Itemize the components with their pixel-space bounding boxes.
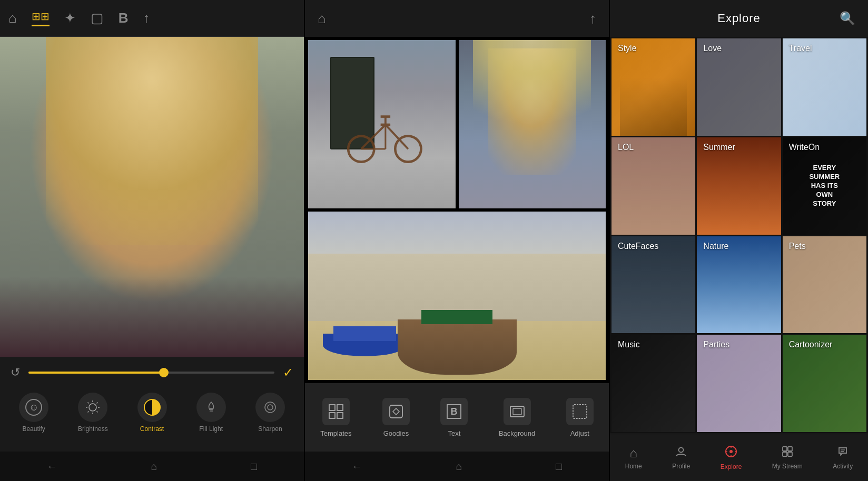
explore-nav-label: Explore — [721, 463, 742, 470]
background-icon — [504, 398, 531, 425]
collage-grid — [305, 37, 609, 383]
explore-cell-love[interactable]: Love — [697, 38, 781, 136]
explore-nav-icon — [725, 445, 737, 461]
frame-icon[interactable]: ▢ — [91, 10, 104, 26]
home-icon[interactable]: ⌂ — [8, 10, 17, 26]
writeon-overlay-text: EVERY SUMMERHAS ITS OWNSTORY — [803, 164, 845, 208]
explore-cell-writeon[interactable]: WriteOn EVERY SUMMERHAS ITS OWNSTORY — [783, 137, 866, 235]
explore-cell-music[interactable]: Music — [611, 335, 695, 432]
templates-icon — [322, 398, 350, 425]
profile-nav-icon — [675, 446, 687, 460]
nav-bar-2: ← ⌂ □ — [305, 452, 609, 481]
svg-point-0 — [89, 404, 96, 411]
fill-light-icon — [196, 393, 226, 422]
tool-fill-light[interactable]: Fill Light — [183, 388, 240, 437]
home-icon-2[interactable]: ⌂ — [318, 11, 326, 27]
svg-point-32 — [679, 447, 684, 452]
explore-cell-pets[interactable]: Pets — [783, 236, 866, 334]
explore-cell-summer[interactable]: Summer — [697, 137, 781, 235]
beautify-icon: ☺ — [19, 393, 48, 422]
svg-point-11 — [265, 402, 275, 413]
collage-cell-boats[interactable] — [308, 212, 606, 380]
svg-rect-29 — [510, 406, 524, 417]
svg-rect-31 — [573, 405, 587, 418]
beautify-label: Beautify — [22, 425, 45, 433]
svg-rect-23 — [337, 405, 343, 410]
explore-cell-nature[interactable]: Nature — [697, 236, 781, 334]
tool-adjust[interactable]: Adjust — [566, 398, 594, 437]
magic-icon[interactable]: ✦ — [64, 10, 76, 26]
writeon-label: WriteOn — [789, 143, 820, 152]
explore-cell-travel[interactable]: Travel — [783, 38, 866, 136]
svg-line-8 — [97, 403, 98, 404]
recents-button-2[interactable]: □ — [556, 460, 562, 473]
goodies-icon — [382, 398, 410, 425]
panel-editor: ⌂ ⊞⊞ ✦ ▢ B ↑ ↺ ✓ — [0, 0, 305, 481]
nav-bar-1: ← ⌂ □ — [0, 452, 304, 481]
svg-rect-26 — [390, 405, 402, 418]
svg-rect-22 — [329, 405, 335, 410]
bold-text-icon[interactable]: B — [119, 10, 129, 26]
sharpen-icon — [255, 393, 285, 422]
tool-goodies[interactable]: Goodies — [382, 398, 410, 437]
music-label: Music — [618, 340, 640, 349]
explore-cell-cartoonizer[interactable]: Cartoonizer — [783, 335, 866, 432]
svg-rect-39 — [783, 447, 787, 451]
explore-cell-parties[interactable]: Parties — [697, 335, 781, 432]
nature-label: Nature — [703, 242, 728, 251]
brightness-slider[interactable] — [28, 372, 274, 374]
tool-background[interactable]: Background — [499, 398, 535, 437]
collage-header: ⌂ ↑ — [305, 0, 609, 37]
confirm-button[interactable]: ✓ — [283, 365, 293, 380]
mystream-nav-label: My Stream — [772, 463, 803, 470]
collage-cell-bike[interactable] — [308, 40, 456, 208]
text-label: Text — [448, 429, 461, 437]
profile-nav-label: Profile — [672, 463, 690, 470]
svg-rect-30 — [513, 408, 521, 415]
collage-cell-portrait[interactable] — [459, 40, 606, 208]
nav-activity[interactable]: Activity — [826, 443, 859, 473]
svg-line-6 — [97, 412, 98, 413]
lol-label: LOL — [618, 143, 634, 152]
adjust-icon — [566, 398, 594, 425]
panel-collage: ⌂ ↑ — [305, 0, 610, 481]
activity-nav-label: Activity — [833, 463, 853, 470]
tool-beautify[interactable]: ☺ Beautify — [5, 388, 62, 437]
home-button-2[interactable]: ⌂ — [456, 460, 462, 473]
tool-contrast[interactable]: Contrast — [123, 388, 180, 437]
activity-nav-icon — [837, 446, 849, 460]
search-icon[interactable]: 🔍 — [840, 11, 855, 26]
undo-button[interactable]: ↺ — [11, 366, 20, 379]
share-icon[interactable]: ↑ — [143, 10, 150, 26]
svg-line-5 — [88, 403, 89, 404]
love-label: Love — [703, 44, 722, 53]
nav-home[interactable]: ⌂ Home — [619, 443, 648, 473]
tool-sharpen[interactable]: Sharpen — [242, 388, 299, 437]
contrast-label: Contrast — [140, 425, 164, 433]
recents-button-1[interactable]: □ — [251, 460, 257, 473]
tool-brightness[interactable]: Brightness — [64, 388, 121, 437]
explore-header: Explore 🔍 — [610, 0, 868, 37]
nav-explore[interactable]: Explore — [714, 442, 748, 474]
explore-cell-cutefaces[interactable]: CuteFaces — [611, 236, 695, 334]
nav-mystream[interactable]: My Stream — [766, 443, 809, 473]
explore-cell-lol[interactable]: LOL — [611, 137, 695, 235]
fill-light-label: Fill Light — [199, 425, 223, 433]
home-button-1[interactable]: ⌂ — [151, 460, 157, 473]
back-button-1[interactable]: ← — [47, 460, 57, 473]
explore-title: Explore — [717, 12, 761, 25]
filters-icon[interactable]: ⊞⊞ — [32, 10, 50, 26]
explore-cell-style[interactable]: Style — [611, 38, 695, 136]
background-label: Background — [499, 429, 535, 437]
adjust-label: Adjust — [570, 429, 589, 437]
brightness-label: Brightness — [78, 425, 108, 433]
tool-text[interactable]: B Text — [440, 398, 468, 437]
back-button-2[interactable]: ← — [352, 460, 362, 473]
tool-templates[interactable]: Templates — [320, 398, 351, 437]
editor-header: ⌂ ⊞⊞ ✦ ▢ B ↑ — [0, 0, 304, 37]
style-label: Style — [618, 44, 637, 53]
bottom-navigation: ⌂ Home Profile — [610, 434, 868, 481]
home-nav-label: Home — [625, 463, 642, 470]
share-icon-2[interactable]: ↑ — [589, 11, 596, 27]
nav-profile[interactable]: Profile — [666, 443, 696, 473]
